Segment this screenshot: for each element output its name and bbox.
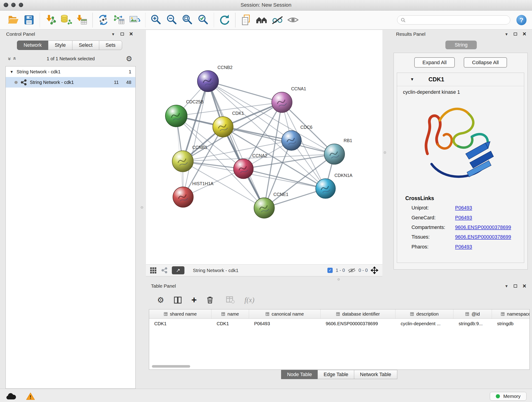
new-network-from-selection-button[interactable] [95,12,111,28]
table-cell[interactable]: stringdb [492,321,530,326]
share-network-icon[interactable] [161,267,167,274]
zoom-selected-button[interactable] [195,12,211,28]
export-image-button[interactable] [127,12,142,28]
column-header--id[interactable]: @id [453,309,492,319]
expand-all-icon[interactable]: » [12,57,17,60]
right-splitter-handle[interactable] [384,151,386,153]
table-panel-collapse-icon[interactable]: ▼ [505,284,508,288]
delete-column-trash-icon[interactable] [206,296,214,304]
tab-select[interactable]: Select [72,41,99,50]
import-network-from-database-button[interactable] [58,12,74,28]
save-session-button[interactable] [21,12,37,28]
show-columns-icon[interactable] [174,296,182,304]
collapse-all-button[interactable]: Collapse All [464,57,507,68]
network-canvas[interactable]: CCNB2CCNA1CDC25BCDK1CDC6RB1CCNB1CCNA2CDK… [146,30,382,264]
tab-sets[interactable]: Sets [99,41,122,50]
control-panel-collapse-icon[interactable]: ▼ [111,32,115,36]
tab-node-table[interactable]: Node Table [281,370,318,379]
horizontal-scrollbar[interactable] [152,365,190,368]
control-panel-close-icon[interactable]: × [129,31,133,37]
column-grid-icon [266,312,269,316]
crosslink-value-link[interactable]: P06493 [455,244,472,250]
table-cell[interactable]: P06493 [249,321,321,326]
table-cell[interactable]: cyclin-dependent ... [395,321,453,326]
import-network-from-file-button[interactable] [43,12,58,28]
network-options-gear-icon[interactable]: ⚙ [126,55,132,62]
network-view-toolbar: ↗ String Network - cdk1 ✓ 1 - 0 0 - 0 [146,264,382,277]
bottom-splitter-handle[interactable] [337,278,340,281]
table-cell[interactable]: CDK1 [211,321,249,326]
pan-move-icon[interactable] [371,267,378,274]
protein-disclosure-icon[interactable]: ▼ [410,77,414,82]
navigator-button[interactable]: ↗ [172,266,184,274]
column-header-shared-name[interactable]: shared name [149,309,211,319]
zoom-fit-button[interactable] [180,12,195,28]
refresh-view-button[interactable] [217,12,232,28]
create-column-plus-icon[interactable]: + [191,295,196,305]
table-panel-title: Table Panel [151,283,176,289]
show-view-button[interactable] [285,12,301,28]
table-row[interactable]: CDK1CDK1P064939606.ENSP00000378699cyclin… [149,319,530,328]
protein-name: CDK1 [428,76,444,83]
help-button[interactable]: ? [516,15,527,25]
network-collection-row[interactable]: ▼ String Network - cdk1 1 [6,66,135,77]
hidden-eye-slash-icon[interactable] [348,268,355,273]
column-header-name[interactable]: name [211,309,249,319]
column-header-database-identifier[interactable]: database identifier [321,309,395,319]
column-header-namespace[interactable]: namespace [492,309,530,319]
collection-disclosure-icon[interactable]: ▼ [10,70,13,74]
clone-network-button[interactable] [111,12,127,28]
table-cell[interactable]: CDK1 [149,321,211,326]
network-row-selected[interactable]: String Network - cdk1 11 48 [6,77,135,88]
home-button[interactable] [254,12,269,28]
function-builder-icon[interactable]: f(x) [244,296,254,304]
search-input[interactable] [408,17,507,23]
memory-button[interactable]: Memory [490,392,526,401]
left-splitter-handle[interactable] [141,206,143,209]
results-panel-close-icon[interactable]: × [523,31,526,37]
zoom-in-button[interactable] [148,12,164,28]
results-panel-float-icon[interactable] [514,32,517,36]
crosslink-value-link[interactable]: P06493 [455,205,472,211]
open-session-file-button[interactable] [238,12,254,28]
tab-string[interactable]: String [445,41,477,49]
network-edge-CCNB2-CCNE1[interactable] [208,81,264,208]
crosslink-value-link[interactable]: 9606.ENSP00000378699 [455,234,511,240]
grid-view-icon[interactable] [150,267,157,274]
warning-icon[interactable] [26,392,35,400]
table-cell[interactable]: 9606.ENSP00000378699 [321,321,395,326]
import-table-icon [76,14,88,26]
zoom-out-button[interactable] [164,12,179,28]
tab-edge-table[interactable]: Edge Table [317,370,354,379]
table-tabs: Node TableEdge TableNetwork Table [149,370,530,379]
title-bar: Session: New Session [0,0,532,11]
expand-all-button[interactable]: Expand All [414,57,455,68]
crosslink-label: Tissues: [412,234,455,240]
tab-network-table[interactable]: Network Table [354,370,397,379]
status-bar: Memory [0,389,532,402]
table-panel-float-icon[interactable] [514,284,517,287]
table-cell[interactable]: stringdb:9... [453,321,492,326]
collection-label: String Network - cdk1 [17,69,60,75]
tab-network[interactable]: Network [17,41,49,50]
crosslinks-list: Uniprot:P06493GeneCard:P06493Compartment… [397,205,524,249]
search-field[interactable] [397,15,510,25]
crosslink-value-link[interactable]: 9606.ENSP00000378699 [455,224,511,230]
column-header-description[interactable]: description [395,309,453,319]
hide-glasses-button[interactable] [269,12,285,28]
tab-style[interactable]: Style [48,41,72,50]
table-panel-close-icon[interactable]: × [523,283,526,289]
crosslink-value-link[interactable]: P06493 [455,215,472,221]
import-table-from-file-button[interactable] [74,12,89,28]
open-session-button[interactable] [6,12,21,28]
control-panel-float-icon[interactable] [120,32,124,36]
selected-checkbox-icon[interactable]: ✓ [327,268,332,273]
table-header-row: shared namenamecanonical namedatabase id… [149,309,530,319]
cloud-icon[interactable] [6,393,17,400]
column-header-canonical-name[interactable]: canonical name [249,309,321,319]
delete-table-icon[interactable] [226,296,235,304]
results-panel-collapse-icon[interactable]: ▼ [505,32,508,36]
network-edge-CDK1-RB1[interactable] [223,127,334,154]
network-edge-CCNB2-HIST1H1A[interactable] [183,81,208,197]
table-settings-gear-icon[interactable]: ⚙ [157,296,164,304]
